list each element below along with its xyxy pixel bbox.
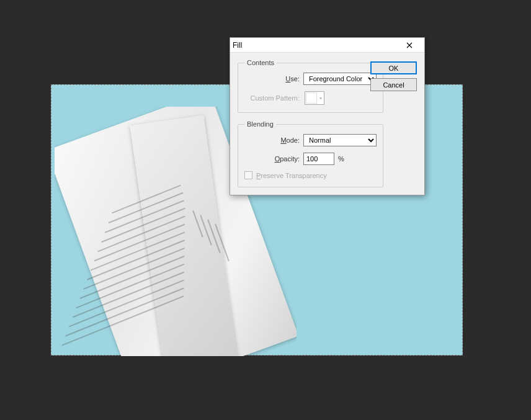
use-select[interactable]: Foreground Color: [303, 73, 377, 85]
close-icon: [406, 42, 413, 48]
dialog-titlebar[interactable]: Fill: [230, 38, 424, 53]
blending-legend: Blending: [244, 120, 276, 128]
opacity-unit: %: [338, 155, 344, 163]
fill-dialog: Fill Contents Use: Foreground Color Cust…: [230, 37, 425, 195]
custom-pattern-label: Custom Pattern:: [244, 94, 303, 102]
chevron-down-icon: ▾: [318, 92, 324, 104]
use-label: Use:: [244, 75, 303, 83]
contents-group: Contents Use: Foreground Color Custom Pa…: [238, 59, 383, 113]
preserve-transparency-label: Preserve Transparency: [256, 172, 327, 179]
opacity-label: Opacity:: [244, 155, 303, 163]
ok-button[interactable]: OK: [370, 61, 417, 74]
mode-label: Mode:: [244, 136, 303, 144]
blending-group: Blending Mode: Normal Opacity: % Preserv…: [238, 120, 383, 187]
dialog-title: Fill: [233, 41, 242, 50]
cancel-button[interactable]: Cancel: [370, 78, 417, 91]
opacity-input[interactable]: [303, 153, 334, 165]
contents-legend: Contents: [244, 59, 277, 66]
mode-select[interactable]: Normal: [303, 134, 377, 146]
preserve-transparency-checkbox: [244, 171, 252, 179]
pattern-swatch: ▾: [305, 91, 324, 105]
close-button[interactable]: [397, 38, 422, 52]
